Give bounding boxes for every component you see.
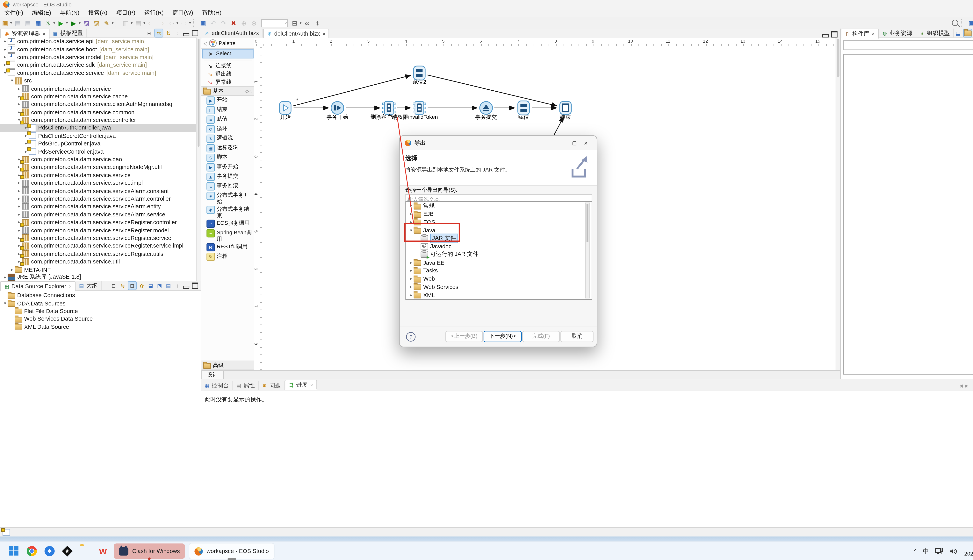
dialog-close-button[interactable]: × (580, 139, 592, 147)
tree-row[interactable]: ▸com.primeton.data.dam.service.dao (0, 155, 196, 163)
node-assign[interactable] (518, 101, 529, 115)
window-nav-icon[interactable]: ▤ (134, 18, 143, 27)
expand-icon[interactable]: ▸ (409, 284, 414, 289)
tree-row[interactable]: ▸com.primeton.data.dam.service.service.i… (0, 179, 196, 187)
tree-row[interactable]: ▸com.primeton.data.dam.service.serviceAl… (0, 187, 196, 195)
menu-item[interactable]: 运行(R) (140, 9, 168, 17)
expand-icon[interactable]: ▸ (409, 260, 414, 265)
tree-row[interactable]: Flat File Data Source (0, 307, 201, 315)
minimize-panel-icon[interactable] (182, 29, 190, 37)
wizard-list-icon[interactable]: ▥ (121, 18, 130, 27)
tx-rollback-tool[interactable]: «事务回滚 (201, 182, 254, 191)
debug-config-icon[interactable]: ✳ (313, 18, 322, 27)
file-explorer-icon[interactable] (80, 546, 90, 556)
save-icon[interactable]: ▤ (13, 18, 22, 27)
connect-line-tool[interactable]: ↘连接线 (201, 62, 254, 70)
window-maximize-button[interactable]: ▢ (968, 1, 973, 8)
assign-tool[interactable]: =赋值 (201, 115, 254, 125)
tab-close-icon[interactable]: × (69, 283, 72, 289)
expand-icon[interactable]: ▸ (3, 275, 8, 280)
resource-tree-scrollbar[interactable] (196, 38, 201, 282)
expand-icon[interactable]: ▸ (17, 102, 22, 107)
tree-row[interactable]: ▸Tasks (406, 267, 592, 275)
palette-select-tool[interactable]: ➤ Select (202, 49, 253, 58)
pin-palette-icon[interactable]: ◇◇ (246, 89, 252, 94)
expand-icon[interactable]: ▸ (409, 212, 414, 217)
collapse-all-icon[interactable]: ⊟ (145, 29, 153, 37)
dse-export-icon[interactable]: ⬔ (155, 282, 163, 290)
next-button[interactable]: 下一步(N)> (483, 331, 522, 342)
expand-icon[interactable]: ▾ (3, 301, 8, 306)
dropdown-arrow-icon[interactable]: ▼ (299, 21, 302, 25)
tree-row[interactable]: ▾com.primeton.data.service.service[dam_s… (0, 69, 196, 77)
wps-icon[interactable]: W (98, 546, 108, 556)
tree-row[interactable]: ▸com.primeton.data.dam.service.util (0, 258, 196, 266)
calc-logic-tool[interactable]: ▦运算逻辑 (201, 143, 254, 153)
link-editor-icon[interactable]: ⇆ (154, 28, 163, 38)
tree-row[interactable]: ▾Java (406, 226, 592, 234)
expand-icon[interactable]: ▸ (409, 220, 414, 225)
editor-maximize-icon[interactable] (831, 30, 838, 38)
expand-icon[interactable]: ▸ (17, 188, 22, 193)
tab-close-icon[interactable]: × (310, 382, 313, 388)
menu-item[interactable]: 文件(F) (0, 9, 28, 17)
back-edit-icon[interactable]: ⇦ (147, 18, 155, 27)
dse-tab[interactable]: ▤大纲 (75, 282, 102, 290)
fwd-icon[interactable]: ⇨ (180, 18, 189, 27)
help-button[interactable]: ? (406, 332, 416, 342)
menu-item[interactable]: 编辑(E) (28, 9, 56, 17)
script-tool[interactable]: S脚本 (201, 153, 254, 163)
tree-row[interactable]: ▸安装 (406, 299, 592, 300)
undo-icon[interactable]: ↶ (209, 18, 218, 27)
tree-row[interactable]: ▸com.primeton.data.dam.service.serviceRe… (0, 234, 196, 242)
tree-row[interactable]: Web Services Data Source (0, 315, 201, 323)
node-del1[interactable] (383, 102, 395, 114)
open-perspective-icon[interactable]: ▣ (199, 18, 207, 27)
right-panel-tab[interactable]: ▯构件库× (841, 28, 879, 39)
tree-row[interactable]: ▸com.primeton.data.service.api[dam_servi… (0, 38, 196, 45)
remove-all-terminated-icon[interactable]: ✖✖ (960, 382, 968, 390)
expand-icon[interactable]: ▸ (17, 180, 22, 185)
expand-icon[interactable]: ▸ (17, 228, 22, 233)
obsidian-icon[interactable]: ◉ (62, 546, 72, 556)
tree-row[interactable]: JAR 文件 (406, 234, 592, 242)
tree-row[interactable]: ▸com.primeton.data.dam.service.cache (0, 93, 196, 100)
tree-row[interactable]: ▸com.primeton.data.dam.service.serviceRe… (0, 226, 196, 234)
right-panel-tab[interactable]: ◕组织模型 (916, 28, 953, 38)
speaker-icon[interactable] (950, 548, 958, 555)
node-txcommit[interactable] (480, 102, 492, 114)
tab-close-icon[interactable]: × (872, 31, 875, 37)
console-tab[interactable]: ⇶进度× (285, 380, 317, 390)
eos-taskbar-button[interactable]: workapsce - EOS Studio (189, 543, 274, 559)
console-view-menu-icon[interactable]: ⁞ (969, 382, 973, 390)
dse-maximize-icon[interactable] (191, 282, 199, 290)
expand-icon[interactable]: ▸ (409, 292, 414, 298)
console-icon[interactable]: ▦ (33, 18, 43, 27)
explorer-tab[interactable]: ▣模板配置 (49, 28, 87, 38)
spring-call-tool[interactable]: ~Spring Bean调用 (201, 229, 254, 243)
tree-row[interactable]: ▸com.primeton.data.dam.service (0, 85, 196, 92)
tree-row[interactable]: ▸com.primeton.data.service.boot[dam_serv… (0, 45, 196, 53)
tree-row[interactable]: ▸com.primeton.data.dam.service.serviceAl… (0, 195, 196, 203)
dse-link-icon[interactable]: ⇆ (119, 282, 127, 290)
tree-row[interactable]: ▸PdsGroupController.java (0, 140, 196, 148)
dse-tree-mode-icon[interactable]: ⊞ (128, 282, 137, 290)
console-tab[interactable]: ▤属性 (232, 381, 259, 390)
finish-button[interactable]: 完成(F) (522, 331, 560, 342)
explorer-tab[interactable]: ◉资源管理器× (0, 28, 49, 39)
exit-line-tool[interactable]: ↘退出线 (201, 70, 254, 78)
refresh-icon[interactable]: ⇅ (165, 29, 172, 37)
tree-row[interactable]: ▸EJB (406, 210, 592, 218)
end-tool[interactable]: □结束 (201, 105, 254, 115)
redo-icon[interactable]: ↷ (219, 18, 228, 27)
node-start[interactable] (280, 102, 291, 114)
design-tab[interactable]: 设计 (201, 371, 224, 380)
flow-edge[interactable] (427, 75, 557, 106)
tree-row[interactable]: Database Connections (0, 292, 201, 299)
dse-tab[interactable]: ▦Data Source Explorer× (0, 282, 75, 292)
expand-icon[interactable]: ▸ (3, 39, 8, 44)
editor-tab[interactable]: ✳delClientAuth.bizx× (263, 28, 329, 39)
start-button-icon[interactable] (9, 546, 19, 556)
tree-row[interactable]: ▸com.primeton.data.dam.service.engineNod… (0, 163, 196, 171)
menu-item[interactable]: 窗口(W) (168, 9, 198, 17)
